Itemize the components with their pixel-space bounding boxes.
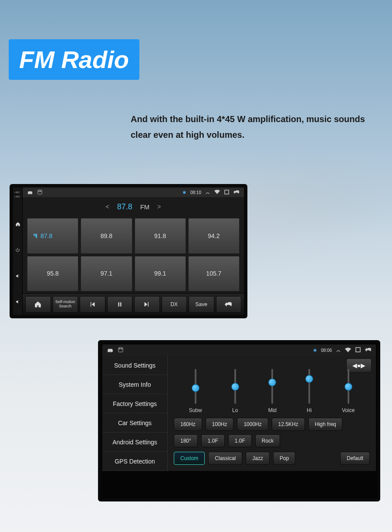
- preset-1[interactable]: 87.8: [27, 218, 78, 254]
- next-track-button[interactable]: [134, 296, 160, 313]
- home-hw-button[interactable]: [13, 211, 22, 237]
- freq-btn-1[interactable]: 160Hz: [174, 418, 202, 431]
- car-icon: [107, 347, 114, 353]
- status-time: 08:10: [190, 190, 201, 195]
- preset-row: Custom Classical Jazz Pop: [174, 452, 295, 465]
- menu-system-info[interactable]: System Info: [102, 375, 167, 394]
- back-nav-icon[interactable]: [365, 347, 372, 353]
- prev-track-button[interactable]: [80, 296, 105, 313]
- param-btn-3[interactable]: 1.0F: [228, 434, 252, 447]
- preset-8[interactable]: 105.7: [188, 256, 240, 292]
- preset-jazz[interactable]: Jazz: [246, 452, 270, 465]
- save-button[interactable]: Save: [189, 296, 214, 313]
- hardware-side-buttons: • MIC • RST: [13, 188, 23, 315]
- frequency-display: < 87.8 FM >: [23, 197, 244, 216]
- param-btn-2[interactable]: 1.0F: [201, 434, 225, 447]
- back-button[interactable]: [216, 296, 242, 313]
- param-btn-1[interactable]: 180°: [174, 434, 198, 447]
- balance-button[interactable]: ◀●▶: [346, 358, 372, 372]
- eq-sliders: Subw Lo Mid Hi Voice: [171, 359, 372, 416]
- preset-grid: 87.8 89.8 91.8 94.2 95.8 97.1 99.1 105.7: [23, 216, 244, 293]
- slider-subw[interactable]: Subw: [189, 369, 202, 413]
- page-title: FM Radio: [19, 46, 129, 73]
- wifi-icon: [214, 190, 220, 195]
- svg-rect-4: [118, 348, 123, 352]
- preset-3[interactable]: 91.8: [135, 218, 186, 254]
- next-freq-button[interactable]: >: [157, 203, 161, 210]
- dashboard-icon: [118, 347, 123, 353]
- preset-6[interactable]: 97.1: [81, 256, 132, 292]
- eq-panel: ◀●▶ Subw Lo Mid Hi Voice 160Hz 100Hz 100…: [168, 356, 376, 471]
- svg-rect-0: [38, 190, 42, 194]
- slider-hi[interactable]: Hi: [307, 369, 311, 413]
- freq-btn-3[interactable]: 1000Hz: [237, 418, 268, 431]
- preset-4[interactable]: 94.2: [188, 218, 240, 254]
- preset-7[interactable]: 99.1: [135, 256, 186, 292]
- statusbar: ✱ 08:06 ︽: [102, 344, 376, 356]
- menu-sound-settings[interactable]: Sound Settings: [102, 356, 167, 375]
- subtitle: And with the built-in 4*45 W amplificati…: [131, 111, 375, 143]
- slider-voice[interactable]: Voice: [342, 369, 355, 413]
- vol-up-hw-button[interactable]: [13, 263, 22, 289]
- bluetooth-icon: ✱: [182, 190, 186, 195]
- preset-pop[interactable]: Pop: [273, 452, 295, 465]
- freq-btn-4[interactable]: 12.5KHz: [272, 418, 305, 431]
- param-row: 180° 1.0F 1.0F Rock: [171, 433, 372, 449]
- svg-rect-3: [225, 190, 229, 194]
- radio-device: • MIC • RST ✱ 08:10 ︽: [10, 184, 247, 318]
- slider-lo[interactable]: Lo: [232, 369, 238, 413]
- auto-search-button[interactable]: Self-motion Search: [53, 296, 78, 313]
- recent-apps-icon[interactable]: [224, 190, 229, 195]
- pause-button[interactable]: [107, 296, 133, 313]
- menu-gps-detection[interactable]: GPS Detection: [102, 452, 167, 471]
- status-time: 08:06: [321, 348, 332, 353]
- vol-down-hw-button[interactable]: [13, 289, 22, 315]
- mic-label: • MIC: [13, 190, 22, 194]
- home-button[interactable]: [25, 296, 51, 313]
- settings-device: ✱ 08:06 ︽ Sound Settings System Info Fac…: [98, 340, 380, 501]
- freq-btn-2[interactable]: 100Hz: [206, 418, 234, 431]
- settings-menu: Sound Settings System Info Factory Setti…: [102, 356, 168, 471]
- rst-label: • RST: [13, 194, 22, 199]
- signal-icon: [34, 234, 37, 238]
- back-nav-icon[interactable]: [233, 190, 240, 195]
- menu-factory-settings[interactable]: Factory Settings: [102, 394, 167, 413]
- menu-car-settings[interactable]: Car Settings: [102, 413, 167, 433]
- power-hw-button[interactable]: [13, 237, 22, 263]
- wifi-icon: [345, 348, 351, 353]
- slider-mid[interactable]: Mid: [268, 369, 277, 413]
- expand-icon[interactable]: ︽: [336, 347, 341, 353]
- control-bar: Self-motion Search DX Save: [23, 293, 244, 315]
- svg-rect-2: [40, 191, 41, 191]
- preset-custom[interactable]: Custom: [174, 452, 205, 465]
- bluetooth-icon: ✱: [313, 348, 317, 353]
- svg-rect-7: [356, 348, 360, 352]
- dx-button[interactable]: DX: [162, 296, 187, 313]
- param-btn-4[interactable]: Rock: [255, 434, 280, 447]
- preset-classical[interactable]: Classical: [208, 452, 242, 465]
- statusbar: ✱ 08:10 ︽: [23, 188, 244, 197]
- svg-rect-1: [38, 191, 39, 191]
- fm-radio-badge: FM Radio: [9, 39, 139, 80]
- svg-rect-5: [119, 348, 121, 350]
- svg-rect-6: [121, 348, 122, 350]
- menu-android-settings[interactable]: Android Settings: [102, 433, 167, 452]
- preset-2[interactable]: 89.8: [81, 218, 132, 254]
- expand-icon[interactable]: ︽: [206, 189, 210, 195]
- current-frequency: 87.8: [117, 202, 132, 211]
- preset-5[interactable]: 95.8: [27, 256, 78, 292]
- prev-freq-button[interactable]: <: [105, 203, 109, 210]
- default-button[interactable]: Default: [340, 452, 370, 465]
- recent-apps-icon[interactable]: [355, 347, 361, 353]
- freq-btn-5[interactable]: High freq: [308, 418, 343, 431]
- band-label: FM: [140, 203, 150, 211]
- car-icon: [27, 190, 33, 195]
- dashboard-icon: [37, 190, 42, 195]
- freq-row: 160Hz 100Hz 1000Hz 12.5KHz High freq: [171, 416, 372, 433]
